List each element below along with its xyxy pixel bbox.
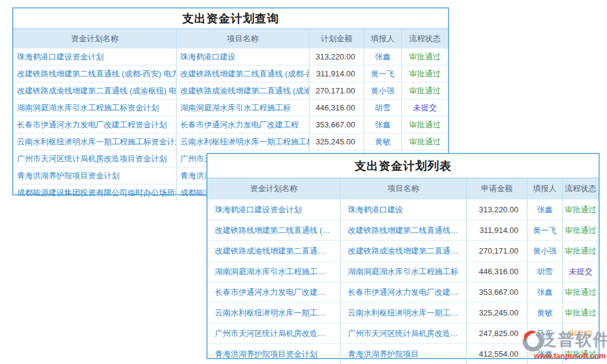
status-cell: 审批通过 [401, 66, 448, 82]
project-name-cell[interactable]: 云南水利枢纽潜明水库一期工程施工标 [340, 303, 466, 323]
column-header: 项目名称 [340, 178, 466, 199]
table-header-row: 资金计划名称项目名称申请金额填报人流程状态 [208, 178, 599, 199]
table-row: 长春市伊通河水力发电厂改建工程资金计划长春市伊通河水力发电厂改建工程353,66… [208, 281, 599, 302]
plan-name-cell[interactable]: 湖南洞庭湖水库引水工程施工标资金计划 [13, 99, 176, 116]
table-row: 长春市伊通河水力发电厂改建工程资金计划长春市伊通河水力发电厂改建工程353,66… [13, 116, 448, 133]
status-cell: 未提交 [562, 261, 599, 281]
column-header: 资金计划名称 [208, 178, 340, 199]
person-cell: 马东 [527, 323, 562, 343]
plan-name-cell[interactable]: 珠海鹤港口建设资金计划 [13, 49, 176, 65]
person-cell: 黄小强 [527, 241, 562, 261]
plan-name-cell[interactable]: 改建铁路成渝线增建第二直通线 (成渝枢纽) 电力 [13, 83, 176, 99]
plan-name-cell[interactable]: 改建铁路线增建第二线直通线 (成都-西安) 电力 [13, 66, 176, 82]
column-header: 填报人 [527, 178, 562, 199]
table-row: 改建铁路成渝线增建第二直通线 (成渝枢纽) 电力改建铁路成渝线增建第二直通线 (… [208, 240, 599, 261]
plan-name-cell[interactable]: 云南水利枢纽潜明水库一期工程施工标资金计划 [13, 133, 176, 150]
plan-name-cell[interactable]: 青海洪湖养护院项目资金计划 [208, 344, 340, 364]
plan-name-cell[interactable]: 改建铁路成渝线增建第二直通线 (成渝枢纽) 电力 [208, 241, 340, 261]
table-row: 湖南洞庭湖水库引水工程施工标资金计划湖南洞庭湖水库引水工程施工标446,316.… [208, 261, 599, 281]
project-name-cell[interactable]: 云南水利枢纽潜明水库一期工程施工标 [176, 133, 309, 150]
status-cell: 审批通过 [562, 303, 599, 323]
plan-name-cell[interactable]: 成都能源建设集团投资有限公司临时办公场所装修 [13, 184, 176, 201]
project-name-cell[interactable]: 改建铁路线增建第二线直通线 (成都-西安) [176, 66, 309, 82]
plan-name-cell[interactable]: 广州市天河区统计局机房改造项目资金计划 [208, 323, 340, 343]
column-header: 申请金额 [466, 178, 527, 199]
project-name-cell[interactable]: 湖南洞庭湖水库引水工程施工标 [176, 99, 309, 116]
plan-name-cell[interactable]: 广州市天河区统计局机房改造项目资金计划 [13, 150, 176, 167]
status-cell: 审批通过 [562, 282, 599, 302]
project-name-cell[interactable]: 长春市伊通河水力发电厂改建工程 [176, 116, 309, 133]
status-cell: 未提交 [401, 99, 448, 116]
table-row: 云南水利枢纽潜明水库一期工程施工标资金计划云南水利枢纽潜明水库一期工程施工标32… [208, 302, 599, 323]
amount-cell: 325,245.00 [309, 133, 364, 150]
table-row: 珠海鹤港口建设资金计划珠海鹤港口建设313,220.00张鑫审批通过 [13, 48, 448, 65]
plan-name-cell[interactable]: 云南水利枢纽潜明水库一期工程施工标资金计划 [208, 303, 340, 323]
person-cell: 黄一飞 [527, 220, 562, 240]
project-name-cell[interactable]: 改建铁路成渝线增建第二直通线 (成渝枢纽) [176, 83, 309, 99]
table-row: 珠海鹤港口建设资金计划珠海鹤港口建设313,220.00张鑫审批通过 [208, 199, 599, 220]
status-cell: 审批中 [562, 323, 599, 343]
project-name-cell[interactable]: 改建铁路线增建第二线直通线 (成都-西安) [340, 220, 466, 240]
plan-name-cell[interactable]: 青海洪湖养护院项目资金计划 [13, 167, 176, 184]
status-cell: 审批通过 [401, 83, 448, 99]
table-row: 改建铁路线增建第二线直通线 (成都-西安) 电力改建铁路线增建第二线直通线 (成… [13, 65, 448, 82]
status-cell: 审批通过 [401, 116, 448, 133]
amount-cell: 270,171.00 [309, 83, 364, 99]
list-window-title: 支出资金计划列表 [208, 154, 599, 178]
status-cell: 审批通过 [562, 344, 599, 364]
person-cell: 胡雪 [527, 261, 562, 281]
project-name-cell[interactable]: 湖南洞庭湖水库引水工程施工标 [340, 261, 466, 281]
plan-name-cell[interactable]: 长春市伊通河水力发电厂改建工程资金计划 [13, 116, 176, 133]
list-table: 资金计划名称项目名称申请金额填报人流程状态珠海鹤港口建设资金计划珠海鹤港口建设3… [208, 178, 599, 364]
person-cell: 黄敏 [527, 303, 562, 323]
person-cell: 张鑫 [364, 116, 401, 133]
column-header: 资金计划名称 [13, 29, 176, 48]
table-header-row: 资金计划名称项目名称计划金额填报人流程状态 [13, 29, 448, 48]
status-cell: 审批通过 [401, 133, 448, 150]
project-name-cell[interactable]: 改建铁路成渝线增建第二直通线 (成渝枢纽) [340, 241, 466, 261]
amount-cell: 311,914.00 [466, 220, 527, 240]
column-header: 项目名称 [176, 29, 309, 48]
amount-cell: 412,554.00 [466, 344, 527, 364]
amount-cell: 353,667.00 [466, 282, 527, 302]
query-window-title: 支出资金计划查询 [13, 8, 448, 29]
project-name-cell[interactable]: 珠海鹤港口建设 [176, 49, 309, 65]
project-name-cell[interactable]: 广州市天河区统计局机房改造项目 [340, 323, 466, 343]
plan-name-cell[interactable]: 长春市伊通河水力发电厂改建工程资金计划 [208, 282, 340, 302]
amount-cell: 325,245.00 [466, 303, 527, 323]
amount-cell: 313,220.00 [466, 200, 527, 220]
table-row: 湖南洞庭湖水库引水工程施工标资金计划湖南洞庭湖水库引水工程施工标446,316.… [13, 99, 448, 116]
amount-cell: 353,667.00 [309, 116, 364, 133]
column-header: 填报人 [364, 29, 401, 48]
column-header: 流程状态 [401, 29, 448, 48]
column-header: 计划金额 [309, 29, 364, 48]
project-name-cell[interactable]: 青海洪湖养护院项目 [340, 344, 466, 364]
table-row: 改建铁路成渝线增建第二直通线 (成渝枢纽) 电力改建铁路成渝线增建第二直通线 (… [13, 82, 448, 99]
plan-name-cell[interactable]: 湖南洞庭湖水库引水工程施工标资金计划 [208, 261, 340, 281]
amount-cell: 313,220.00 [309, 49, 364, 65]
table-row: 青海洪湖养护院项目资金计划青海洪湖养护院项目412,554.00张鑫审批通过 [208, 343, 599, 364]
column-header: 流程状态 [562, 178, 599, 199]
status-cell: 审批通过 [562, 200, 599, 220]
person-cell: 张鑫 [527, 344, 562, 364]
project-name-cell[interactable]: 珠海鹤港口建设 [340, 200, 466, 220]
amount-cell: 247,825.00 [466, 323, 527, 343]
amount-cell: 270,171.00 [466, 241, 527, 261]
plan-name-cell[interactable]: 改建铁路线增建第二线直通线 (成都-西安) 电力 [208, 220, 340, 240]
person-cell: 张鑫 [527, 200, 562, 220]
person-cell: 黄小强 [364, 83, 401, 99]
table-row: 广州市天河区统计局机房改造项目资金计划广州市天河区统计局机房改造项目247,82… [208, 323, 599, 343]
status-cell: 审批通过 [401, 49, 448, 65]
table-row: 云南水利枢纽潜明水库一期工程施工标资金计划云南水利枢纽潜明水库一期工程施工标32… [13, 133, 448, 150]
project-name-cell[interactable]: 长春市伊通河水力发电厂改建工程 [340, 282, 466, 302]
status-cell: 审批通过 [562, 220, 599, 240]
person-cell: 张鑫 [364, 49, 401, 65]
amount-cell: 311,914.00 [309, 66, 364, 82]
amount-cell: 446,316.00 [466, 261, 527, 281]
plan-name-cell[interactable]: 珠海鹤港口建设资金计划 [208, 200, 340, 220]
person-cell: 胡雪 [364, 99, 401, 116]
status-cell: 审批通过 [562, 241, 599, 261]
amount-cell: 446,316.00 [309, 99, 364, 116]
list-window: 支出资金计划列表 资金计划名称项目名称申请金额填报人流程状态珠海鹤港口建设资金计… [206, 153, 600, 359]
table-row: 改建铁路线增建第二线直通线 (成都-西安) 电力改建铁路线增建第二线直通线 (成… [208, 220, 599, 240]
